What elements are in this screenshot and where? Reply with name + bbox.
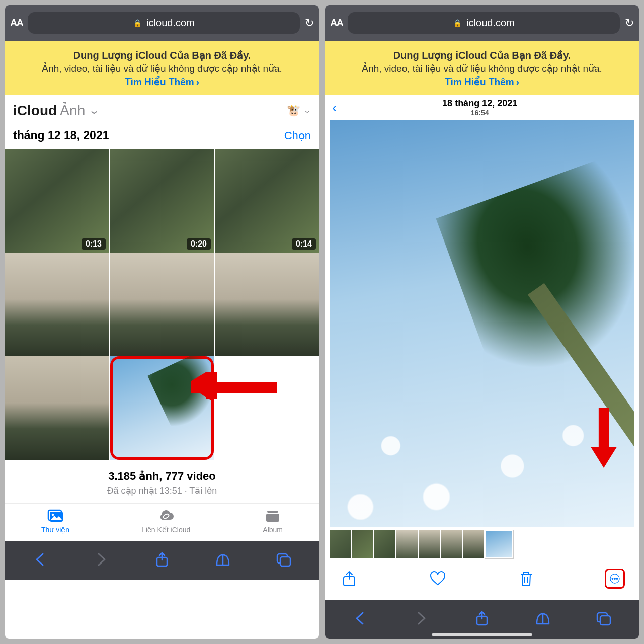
tab-label: Album (263, 526, 283, 534)
svg-point-3 (52, 514, 54, 516)
lock-icon: 🔒 (453, 19, 462, 28)
tab-label: Thư viện (41, 526, 69, 534)
svg-point-13 (614, 578, 616, 580)
filmstrip-thumbnail[interactable] (419, 530, 440, 558)
photo-thumbnail[interactable] (110, 253, 214, 356)
video-duration: 0:14 (292, 238, 316, 250)
svg-point-12 (612, 578, 613, 580)
delete-button[interactable] (516, 569, 536, 589)
filmstrip-thumbnail[interactable] (463, 530, 484, 558)
banner-subtitle: Ảnh, video, tài liệu và dữ liệu không đư… (335, 62, 629, 75)
photo-thumbnail-highlighted[interactable] (110, 356, 214, 460)
lock-icon: 🔒 (133, 19, 142, 28)
chevron-right-icon: › (516, 75, 519, 89)
tutorial-highlight (110, 356, 214, 460)
tab-icloud-link[interactable]: Liên Kết iCloud (142, 509, 190, 534)
home-indicator[interactable] (112, 633, 212, 636)
app-header: iCloud Ảnh ⌄ 🐮 ⌄ (5, 95, 319, 124)
filmstrip-thumbnail[interactable] (352, 530, 373, 558)
back-button[interactable] (30, 551, 50, 568)
url-text: icloud.com (466, 17, 515, 29)
photo-count: 3.185 ảnh, 777 video (10, 470, 314, 483)
reload-button[interactable]: ↻ (305, 17, 314, 30)
home-indicator[interactable] (432, 633, 532, 636)
photo-grid: 0:13 0:20 0:14 (5, 149, 319, 253)
date-label: tháng 12 18, 2021 (13, 129, 109, 142)
app-title: iCloud (13, 103, 57, 119)
tabs-button[interactable] (274, 551, 294, 568)
text-size-button[interactable]: AA (330, 17, 343, 29)
filmstrip (325, 527, 639, 560)
filmstrip-thumbnail[interactable] (396, 530, 418, 558)
storage-full-banner: Dung Lượng iCloud Của Bạn Đã Đầy. Ảnh, v… (325, 41, 639, 95)
filmstrip-thumbnail[interactable] (374, 530, 395, 558)
phone-right: AA 🔒 icloud.com ↻ Dung Lượng iCloud Của … (325, 5, 639, 639)
app-subtitle: Ảnh (60, 102, 85, 119)
share-button[interactable] (472, 610, 492, 627)
safari-address-bar: AA 🔒 icloud.com ↻ (5, 5, 319, 41)
video-thumbnail[interactable]: 0:14 (215, 149, 319, 253)
video-duration: 0:13 (82, 238, 106, 250)
back-button[interactable]: ‹ (332, 100, 342, 116)
album-icon (264, 509, 281, 524)
filmstrip-thumbnail[interactable] (330, 530, 351, 558)
tab-album[interactable]: Album (263, 509, 283, 534)
tab-label: Liên Kết iCloud (142, 526, 190, 534)
phone-left: AA 🔒 icloud.com ↻ Dung Lượng iCloud Của … (5, 5, 319, 639)
url-field[interactable]: 🔒 icloud.com (348, 12, 620, 34)
photo-time: 16:54 (342, 109, 618, 117)
photo-tools (325, 560, 639, 600)
photo-thumbnail[interactable] (215, 253, 319, 356)
more-button[interactable] (605, 569, 625, 589)
url-field[interactable]: 🔒 icloud.com (28, 12, 300, 34)
upload-status: Đã cập nhật 13:51 · Tải lên (10, 485, 314, 496)
date-header: tháng 12 18, 2021 Chọn (5, 124, 319, 149)
safari-toolbar (325, 600, 639, 639)
detail-header: ‹ 18 tháng 12, 2021 16:54 (325, 95, 639, 120)
cloud-link-icon (157, 509, 175, 524)
bookmarks-button[interactable] (213, 551, 233, 568)
learn-more-link[interactable]: Tìm Hiểu Thêm › (445, 75, 519, 89)
library-stats: 3.185 ảnh, 777 video Đã cập nhật 13:51 ·… (5, 460, 319, 503)
photo-thumbnail[interactable] (5, 253, 109, 356)
chevron-down-icon: ⌄ (88, 105, 100, 116)
storage-full-banner: Dung Lượng iCloud Của Bạn Đã Đầy. Ảnh, v… (5, 41, 319, 95)
svg-rect-5 (267, 511, 278, 513)
tab-bar: Thư viện Liên Kết iCloud Album (5, 503, 319, 541)
share-button[interactable] (339, 569, 359, 589)
library-icon (47, 509, 64, 524)
app-title-dropdown[interactable]: iCloud Ảnh ⌄ (13, 102, 100, 119)
account-switcher[interactable]: 🐮 ⌄ (287, 104, 311, 117)
safari-toolbar (5, 541, 319, 580)
photo-viewer[interactable] (330, 120, 634, 527)
svg-rect-6 (266, 514, 279, 522)
filmstrip-thumbnail[interactable] (441, 530, 462, 558)
filmstrip-thumbnail-current[interactable] (485, 530, 513, 558)
banner-subtitle: Ảnh, video, tài liệu và dữ liệu không đư… (15, 62, 309, 75)
forward-button[interactable] (91, 551, 111, 568)
tabs-button[interactable] (594, 610, 614, 627)
video-thumbnail[interactable]: 0:20 (110, 149, 214, 253)
bookmarks-button[interactable] (533, 610, 553, 627)
svg-point-14 (616, 578, 618, 580)
chevron-down-icon: ⌄ (303, 107, 311, 114)
empty-cell (215, 356, 319, 460)
share-button[interactable] (152, 551, 172, 568)
video-duration: 0:20 (187, 238, 211, 250)
forward-button[interactable] (411, 610, 431, 627)
photo-date: 18 tháng 12, 2021 (342, 98, 618, 109)
text-size-button[interactable]: AA (10, 17, 23, 29)
reload-button[interactable]: ↻ (625, 17, 634, 30)
select-button[interactable]: Chọn (284, 129, 311, 142)
svg-rect-18 (600, 616, 610, 625)
back-button[interactable] (350, 610, 370, 627)
safari-address-bar: AA 🔒 icloud.com ↻ (325, 5, 639, 41)
chevron-right-icon: › (196, 75, 199, 89)
url-text: icloud.com (146, 17, 195, 29)
photo-thumbnail[interactable] (5, 356, 109, 460)
learn-more-link[interactable]: Tìm Hiểu Thêm › (125, 75, 199, 89)
banner-title: Dung Lượng iCloud Của Bạn Đã Đầy. (15, 49, 309, 62)
favorite-button[interactable] (428, 569, 448, 589)
video-thumbnail[interactable]: 0:13 (5, 149, 109, 253)
tab-library[interactable]: Thư viện (41, 509, 69, 534)
